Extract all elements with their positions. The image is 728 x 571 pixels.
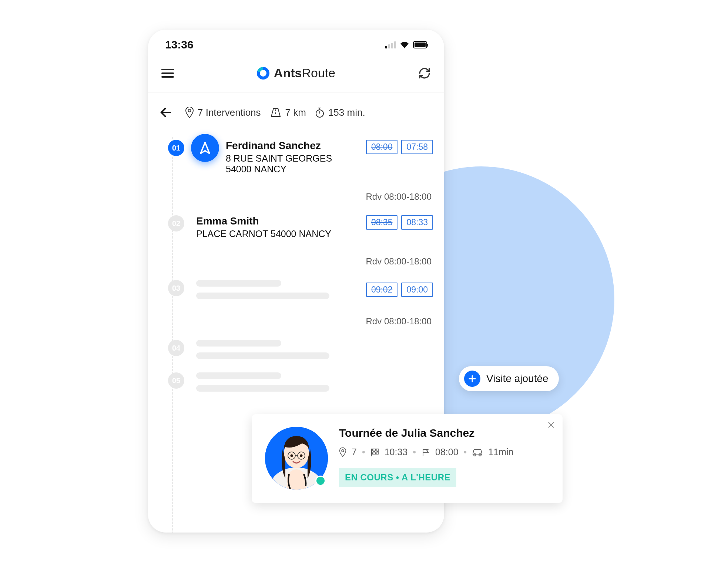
actual-time: 09:00 <box>401 283 433 297</box>
distance: 7 km <box>270 107 306 118</box>
time-badges: 09:02 09:00 <box>366 283 433 297</box>
signal-icon <box>385 41 396 48</box>
finish-flag-icon <box>370 448 379 457</box>
svg-point-16 <box>300 455 303 457</box>
route-summary: 7 Interventions 7 km 153 min. <box>148 92 444 129</box>
step-number: 05 <box>168 372 184 389</box>
appointment-window: Rdv 08:00-18:00 <box>196 316 433 327</box>
planned-time: 08:00 <box>366 140 398 154</box>
list-item[interactable]: 02 Emma Smith PLACE CARNOT 54000 NANCY 0… <box>159 209 433 273</box>
car-icon <box>472 448 483 456</box>
planned-time: 09:02 <box>366 283 398 297</box>
placeholder-content <box>196 372 329 392</box>
time-badges: 08:00 07:58 <box>366 140 433 154</box>
toast-text: Visite ajoutée <box>486 373 548 385</box>
placeholder-content <box>196 340 329 359</box>
step-number: 02 <box>168 215 184 232</box>
finish-time: 10:33 <box>385 447 408 457</box>
route-card[interactable]: Tournée de Julia Sanchez 7 • 10:33 • 08:… <box>252 414 563 503</box>
status-icons <box>385 41 427 48</box>
status-badge: EN COURS • A L'HEURE <box>339 468 456 487</box>
placeholder-content <box>196 280 329 299</box>
svg-rect-24 <box>373 450 375 452</box>
app-header: AntsRoute <box>148 55 444 92</box>
pin-icon <box>339 447 346 457</box>
step-number: 03 <box>168 280 184 296</box>
customer-address: 8 RUE SAINT GEORGES 54000 NANCY <box>226 153 359 175</box>
travel-time: 11min <box>488 447 513 457</box>
appointment-window: Rdv 08:00-18:00 <box>196 256 433 267</box>
svg-rect-23 <box>375 449 377 451</box>
clock: 13:36 <box>165 38 194 51</box>
pin-icon <box>185 107 194 118</box>
start-time: 08:00 <box>435 447 459 457</box>
actual-time: 08:33 <box>401 215 433 230</box>
back-button[interactable] <box>159 106 172 119</box>
svg-rect-25 <box>376 450 378 452</box>
list-item[interactable]: 01 Ferdinand Sanchez 8 RUE SAINT GEORGES… <box>159 133 433 209</box>
svg-point-1 <box>188 109 191 112</box>
list-item[interactable]: 04 <box>159 333 433 366</box>
navigation-icon <box>198 141 212 155</box>
route-stats: 7 • 10:33 • 08:00 • 11min <box>339 447 513 457</box>
brand-logo-icon <box>257 67 269 80</box>
customer-name: Ferdinand Sanchez <box>226 140 359 152</box>
customer-address: PLACE CARNOT 54000 NANCY <box>196 229 331 239</box>
time-badges: 08:35 08:33 <box>366 215 433 230</box>
visit-added-toast: Visite ajoutée <box>459 366 559 391</box>
svg-point-20 <box>342 449 344 452</box>
planned-time: 08:35 <box>366 215 398 230</box>
stops-count: 7 <box>352 447 357 457</box>
road-icon <box>270 108 282 117</box>
actual-time: 07:58 <box>401 140 433 154</box>
brand: AntsRoute <box>257 66 335 80</box>
wifi-icon <box>400 41 409 48</box>
step-number: 01 <box>168 140 184 156</box>
list-item[interactable]: 03 09:02 09:00 Rdv 08:00-18:00 <box>159 273 433 333</box>
presence-indicator <box>315 476 326 486</box>
navigate-button[interactable] <box>191 134 219 162</box>
refresh-button[interactable] <box>418 67 431 80</box>
duration: 153 min. <box>315 107 365 118</box>
menu-button[interactable] <box>161 69 174 78</box>
svg-point-15 <box>291 455 293 457</box>
plus-icon <box>464 371 480 387</box>
appointment-window: Rdv 08:00-18:00 <box>226 192 433 202</box>
status-bar: 13:36 <box>148 30 444 55</box>
brand-name: AntsRoute <box>274 66 335 80</box>
close-icon[interactable] <box>547 421 555 429</box>
svg-rect-27 <box>375 452 377 454</box>
route-title: Tournée de Julia Sanchez <box>339 427 513 439</box>
stopwatch-icon <box>315 107 325 118</box>
customer-name: Emma Smith <box>196 215 331 227</box>
battery-icon <box>413 41 427 48</box>
interventions-count: 7 Interventions <box>185 107 261 118</box>
start-flag-icon <box>421 448 430 457</box>
step-number: 04 <box>168 340 184 356</box>
